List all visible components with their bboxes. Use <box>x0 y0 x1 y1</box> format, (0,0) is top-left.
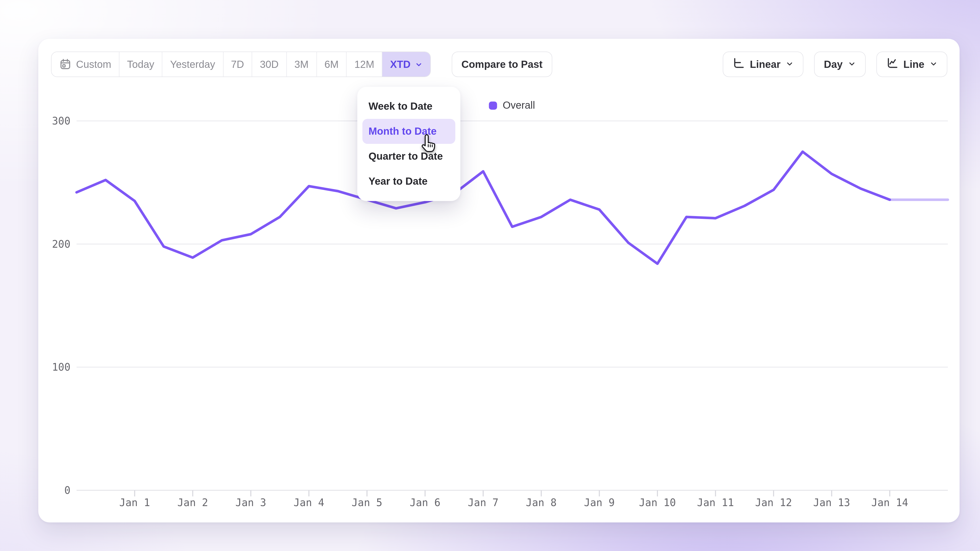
date-range-30d[interactable]: 30D <box>252 52 286 76</box>
linear-scale-icon <box>732 57 745 72</box>
x-axis-label-jan-6: Jan 6 <box>410 497 440 508</box>
mouse-cursor-pointer-icon <box>417 134 438 158</box>
chart-display-controls: Linear Day <box>723 52 947 77</box>
y-axis-label-200: 200 <box>52 238 70 250</box>
x-axis-label-jan-14: Jan 14 <box>871 497 908 508</box>
x-axis-label-jan-8: Jan 8 <box>526 497 557 508</box>
date-range-label: 3M <box>294 59 309 70</box>
x-axis-label-jan-10: Jan 10 <box>639 497 676 508</box>
desktop-background: 0100200300Jan 1Jan 2Jan 3Jan 4Jan 5Jan 6… <box>0 0 980 551</box>
date-range-3m[interactable]: 3M <box>287 52 317 76</box>
analytics-card: 0100200300Jan 1Jan 2Jan 3Jan 4Jan 5Jan 6… <box>38 39 959 522</box>
x-axis-label-jan-2: Jan 2 <box>177 497 208 508</box>
x-axis-label-jan-12: Jan 12 <box>755 497 792 508</box>
line-chart: 0100200300Jan 1Jan 2Jan 3Jan 4Jan 5Jan 6… <box>38 39 959 522</box>
line-chart-icon <box>886 57 898 72</box>
date-range-label: 6M <box>325 59 339 70</box>
dropdown-item-month-to-date[interactable]: Month to Date <box>363 119 455 144</box>
date-range-12m[interactable]: 12M <box>347 52 383 76</box>
x-axis-label-jan-5: Jan 5 <box>352 497 382 508</box>
date-range-label: 12M <box>355 59 374 70</box>
date-range-xtd[interactable]: XTD <box>383 52 431 76</box>
date-range-control: CustomTodayYesterday7D30D3M6M12MXTD <box>51 52 431 77</box>
x-axis-label-jan-13: Jan 13 <box>813 497 850 508</box>
date-range-7d[interactable]: 7D <box>223 52 252 76</box>
y-axis-label-100: 100 <box>52 361 70 373</box>
x-axis-label-jan-3: Jan 3 <box>235 497 266 508</box>
dropdown-item-year-to-date[interactable]: Year to Date <box>363 169 455 194</box>
compare-to-past-button[interactable]: Compare to Past <box>452 52 552 77</box>
date-range-dropdown: Week to DateMonth to DateQuarter to Date… <box>357 87 460 201</box>
chevron-down-icon <box>415 60 423 68</box>
chevron-down-icon <box>848 59 856 70</box>
date-range-label: Custom <box>76 59 111 70</box>
x-axis-label-jan-7: Jan 7 <box>468 497 498 508</box>
chart-toolbar: CustomTodayYesterday7D30D3M6M12MXTD Comp… <box>38 39 959 90</box>
date-range-yesterday[interactable]: Yesterday <box>162 52 223 76</box>
y-axis-label-300: 300 <box>52 115 70 127</box>
y-axis-label-0: 0 <box>64 484 70 496</box>
x-axis-label-jan-4: Jan 4 <box>293 497 324 508</box>
chevron-down-icon <box>786 59 794 70</box>
chart-type-select-label: Line <box>904 59 924 70</box>
x-axis-label-jan-9: Jan 9 <box>584 497 614 508</box>
chart-type-select-button[interactable]: Line <box>877 52 947 77</box>
date-range-custom[interactable]: Custom <box>52 52 119 76</box>
interval-select-button[interactable]: Day <box>814 52 865 77</box>
calendar-icon <box>59 58 72 70</box>
date-range-label: 30D <box>260 59 278 70</box>
date-range-label: Yesterday <box>170 59 215 70</box>
scale-select-button[interactable]: Linear <box>723 52 803 77</box>
legend-series-label: Overall <box>503 100 535 111</box>
scale-select-label: Linear <box>750 59 780 70</box>
date-range-6m[interactable]: 6M <box>317 52 347 76</box>
date-range-today[interactable]: Today <box>119 52 162 76</box>
compare-to-past-label: Compare to Past <box>461 59 542 70</box>
chevron-down-icon <box>929 59 938 70</box>
series-line-overall <box>76 152 890 264</box>
dropdown-item-quarter-to-date[interactable]: Quarter to Date <box>363 144 455 169</box>
date-range-label: 7D <box>231 59 244 70</box>
x-axis-label-jan-11: Jan 11 <box>697 497 734 508</box>
x-axis-label-jan-1: Jan 1 <box>119 497 150 508</box>
legend: Overall <box>489 100 535 111</box>
dropdown-item-week-to-date[interactable]: Week to Date <box>363 94 455 119</box>
legend-swatch <box>489 101 497 110</box>
interval-select-label: Day <box>824 59 842 70</box>
date-range-label: XTD <box>390 59 410 70</box>
date-range-label: Today <box>127 59 154 70</box>
